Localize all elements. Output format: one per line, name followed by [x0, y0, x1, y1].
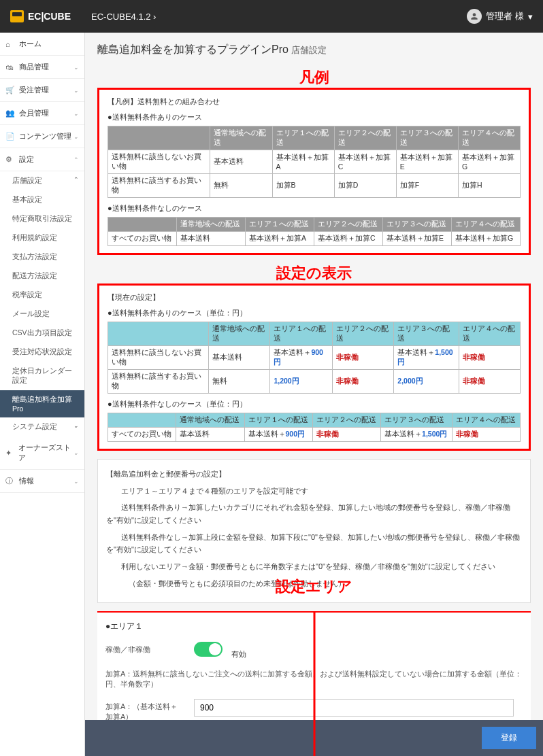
cart-icon: 🛒 [5, 86, 15, 94]
table-row: 送料無料に該当しないお買い物基本送料基本送料＋加算A基本送料＋加算C基本送料＋加… [108, 150, 521, 174]
top-header: EC|CUBE EC-CUBE4.1.2 › 管理者 様 ▾ [0, 0, 543, 33]
page-title: 離島追加料金を加算するプラグインPro 店舗設定 [97, 43, 531, 57]
input-surcharge-a[interactable] [194, 699, 514, 717]
table-row: 送料無料に該当するお買い物無料加算B加算D加算F加算H [108, 174, 521, 198]
help-p2: 送料無料条件あり→加算したいカテゴリにそれぞれ金額を登録、加算したい地域の郵便番… [106, 501, 522, 526]
chevron-right-icon: › [153, 12, 156, 22]
chevron-down-icon: ⌄ [73, 64, 79, 71]
brand-text: EC|CUBE [28, 11, 71, 22]
chevron-down-icon: ⌄ [73, 478, 79, 485]
legend-box: 【凡例】送料無料との組み合わせ ●送料無料条件ありのケース 通常地域への配送エリ… [97, 88, 531, 255]
current-table-2: 通常地域への配送エリア１への配送エリア２への配送エリア３への配送エリア４への配送… [108, 413, 521, 442]
sub-basic[interactable]: 基本設定 [0, 190, 84, 209]
help-p3: 送料無料条件なし→加算上段に金額を登録、加算下段に"0"を登録、加算したい地域の… [106, 531, 522, 556]
current-case2: ●送料無料条件なしのケース（単位：円） [108, 399, 521, 409]
legend-table-1: 通常地域への配送エリア１への配送エリア２への配送エリア３への配送エリア４への配送… [108, 126, 521, 198]
nav-system[interactable]: システム設定 ⌄ [0, 417, 84, 436]
chevron-down-icon: ⌄ [73, 133, 79, 140]
info-icon: ⓘ [5, 476, 15, 486]
sub-payment[interactable]: 支払方法設定 [0, 247, 84, 267]
sub-delivery[interactable]: 配送方法設定 [0, 267, 84, 286]
table-row: 送料無料に該当しないお買い物基本送料基本送料＋900円非稼働基本送料＋1,500… [108, 346, 521, 370]
nav-owners-store[interactable]: ✦オーナーズストア⌄ [0, 436, 84, 470]
legend-case1: ●送料無料条件ありのケース [108, 112, 521, 122]
current-heading: 【現在の設定】 [108, 292, 521, 303]
chevron-down-icon: ⌄ [73, 449, 79, 456]
chevron-up-icon: ⌃ [73, 156, 79, 163]
nav-products[interactable]: 🛍商品管理⌄ [0, 56, 84, 79]
annotation-area: 設定エリア [98, 574, 530, 599]
chevron-up-icon: ⌃ [73, 176, 79, 183]
current-case1: ●送料無料条件ありのケース（単位：円） [108, 308, 521, 318]
home-icon: ⌂ [5, 40, 15, 48]
eccube-icon [10, 10, 24, 22]
sub-tax[interactable]: 税率設定 [0, 286, 84, 305]
annotation-arrow [313, 613, 315, 757]
current-table-1: 通常地域への配送エリア１への配送エリア２への配送エリア３への配送エリア４への配送… [108, 322, 521, 394]
user-icon [467, 9, 482, 24]
version-link[interactable]: EC-CUBE4.1.2 › [91, 12, 156, 22]
sidebar: ⌂ホーム 🛍商品管理⌄ 🛒受注管理⌄ 👥会員管理⌄ 📄コンテンツ管理⌄ ⚙設定⌃… [0, 33, 85, 756]
nav-shop-setting[interactable]: 店舗設定 ⌃ [0, 171, 84, 190]
nav-members[interactable]: 👥会員管理⌄ [0, 102, 84, 125]
store-icon: ✦ [5, 449, 14, 458]
submit-button[interactable]: 登録 [482, 727, 536, 749]
main-content: 離島追加料金を加算するプラグインPro 店舗設定 凡例 【凡例】送料無料との組み… [85, 33, 543, 756]
toggle-state: 有効 [231, 650, 246, 658]
sub-order-status[interactable]: 受注対応状況設定 [0, 343, 84, 362]
nav-contents[interactable]: 📄コンテンツ管理⌄ [0, 125, 84, 148]
help-p1: エリア１～エリア４まで４種類のエリアを設定可能です [106, 485, 522, 498]
brand-logo: EC|CUBE [10, 10, 71, 22]
users-icon: 👥 [5, 109, 15, 118]
nav-info[interactable]: ⓘ情報⌄ [0, 470, 84, 493]
toggle-label: 稼働／非稼働 [105, 642, 180, 655]
sub-holiday[interactable]: 定休日カレンダー設定 [0, 362, 84, 390]
user-menu[interactable]: 管理者 様 ▾ [467, 9, 533, 24]
sub-csv[interactable]: CSV出力項目設定 [0, 324, 84, 343]
chevron-down-icon: ⌄ [73, 422, 79, 429]
annotation-display: 設定の表示 [97, 263, 531, 284]
table-row: 送料無料に該当するお買い物無料1,200円非稼働2,000円非稼働 [108, 370, 521, 394]
annotation-legend: 凡例 [97, 67, 531, 88]
nav-settings[interactable]: ⚙設定⌃ [0, 148, 84, 171]
sub-terms[interactable]: 利用規約設定 [0, 228, 84, 247]
doc-icon: 📄 [5, 132, 15, 141]
bag-icon: 🛍 [5, 63, 15, 71]
current-box: 【現在の設定】 ●送料無料条件ありのケース（単位：円） 通常地域への配送エリア１… [97, 284, 531, 451]
legend-case2: ●送料無料条件なしのケース [108, 203, 521, 213]
help-box: 【離島追加料金と郵便番号の設定】 エリア１～エリア４まで４種類のエリアを設定可能… [97, 459, 531, 603]
sub-mail[interactable]: メール設定 [0, 305, 84, 324]
legend-heading: 【凡例】送料無料との組み合わせ [108, 97, 521, 107]
sub-island-surcharge[interactable]: 離島追加料金加算Pro [0, 390, 84, 417]
table-row: すべてのお買い物基本送料基本送料＋900円非稼働基本送料＋1,500円非稼働 [108, 428, 521, 442]
gear-icon: ⚙ [5, 155, 15, 164]
nav-home[interactable]: ⌂ホーム [0, 33, 84, 56]
label-a: 加算A：（基本送料＋加算A） [105, 699, 180, 722]
chevron-down-icon: ▾ [528, 12, 533, 22]
table-row: すべてのお買い物基本送料基本送料＋加算A基本送料＋加算C基本送料＋加算E基本送料… [108, 232, 521, 246]
area1-toggle[interactable] [194, 642, 223, 657]
nav-orders[interactable]: 🛒受注管理⌄ [0, 79, 84, 102]
sub-law[interactable]: 特定商取引法設定 [0, 209, 84, 228]
help-p4: 利用しないエリア→金額・郵便番号ともに半角数字または"0"を登録、稼働／非稼働を… [106, 560, 522, 573]
help-heading: 【離島追加料金と郵便番号の設定】 [106, 468, 522, 481]
legend-table-2: 通常地域への配送エリア１への配送エリア２への配送エリア３への配送エリア４への配送… [108, 217, 521, 246]
chevron-down-icon: ⌄ [73, 110, 79, 117]
chevron-down-icon: ⌄ [73, 87, 79, 94]
